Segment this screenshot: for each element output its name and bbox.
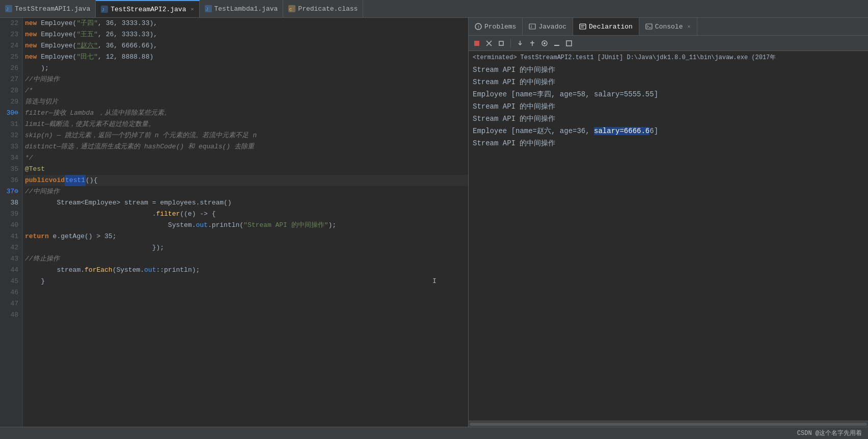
minimize-button[interactable] [552, 38, 562, 48]
code-line-28: //中间操作 [25, 74, 468, 85]
console-line-7: Stream API 的中间操作 [473, 137, 864, 149]
ln-34: 34 [4, 152, 18, 164]
console-toolbar [469, 36, 868, 51]
ln-43: 43 [4, 253, 18, 265]
line-numbers: 22 23 24 25 26 27 28 29 30⊖ 31 32 33 34 … [0, 18, 23, 427]
tab-javadoc[interactable]: J Javadoc [523, 18, 573, 35]
code-line-40: Stream<Employee> stream = employees.stre… [25, 197, 468, 209]
svg-rect-17 [474, 41, 479, 46]
ln-41: 41 [4, 231, 18, 242]
watermark-text: CSDN @这个名字先用着 [797, 429, 862, 437]
toolbar-separator [510, 39, 511, 48]
class-icon: C [288, 5, 295, 12]
console-header: <terminated> TestStreamAPI2.test1 [JUnit… [473, 53, 864, 62]
code-editor[interactable]: 22 23 24 25 26 27 28 29 30⊖ 31 32 33 34 … [0, 18, 469, 427]
console-line-3: Employee [name=李四, age=58, salary=5555.5… [473, 88, 864, 100]
svg-text:J: J [206, 7, 208, 12]
java-icon-3: J [205, 5, 212, 12]
ln-47: 47 [4, 298, 18, 309]
code-line-22: new Employee("子四", 36, 3333.33), [25, 18, 468, 29]
ln-26: 26 [4, 63, 18, 74]
ln-27: 27 [4, 74, 18, 85]
clear-button[interactable] [484, 38, 494, 48]
code-line-32: filter—接收 Lambda ，从流中排除某些元素。 [25, 108, 468, 119]
ln-23: 23 [4, 29, 18, 40]
svg-rect-12 [580, 24, 586, 29]
ln-24: 24 [4, 40, 18, 51]
code-line-26: ); [25, 63, 468, 74]
ln-30: 30⊖ [4, 108, 18, 119]
right-panel: ! Problems J Javadoc Declaration [469, 18, 868, 427]
ln-40: 40 [4, 220, 18, 231]
tab-label-4: Predicate.class [298, 5, 358, 13]
tab-label: TestStreamAPI1.java [15, 5, 90, 13]
code-lines[interactable]: new Employee("子四", 36, 3333.33), new Emp… [23, 18, 468, 427]
java-icon-2: J [101, 6, 108, 13]
ln-39: 39 [4, 209, 18, 220]
tab-problems[interactable]: ! Problems [469, 18, 523, 35]
ln-28: 28 [4, 85, 18, 96]
code-line-46: //终止操作 [25, 253, 468, 265]
tab-teststreamapi1[interactable]: J TestStreamAPI1.java [0, 0, 96, 17]
tab-testlambda1[interactable]: J TestLambda1.java [200, 0, 284, 17]
javadoc-label: Javadoc [538, 23, 566, 31]
console-line-1: Stream API 的中间操作 [473, 64, 864, 76]
console-scrollbar[interactable] [469, 421, 868, 427]
console-line-4: Stream API 的中间操作 [473, 100, 864, 113]
maximize-button[interactable] [564, 38, 574, 48]
scroll-end-button[interactable] [515, 38, 525, 48]
code-line-44: }); [25, 242, 468, 253]
code-line-23: new Employee("王五", 26, 3333.33), [25, 29, 468, 40]
console-highlight: salary=6666.6 [594, 127, 649, 135]
right-tab-bar: ! Problems J Javadoc Declaration [469, 18, 868, 36]
ln-35: 35 [4, 164, 18, 175]
tab-console[interactable]: Console ✕ [639, 18, 697, 35]
ln-32: 32 [4, 130, 18, 141]
code-line-35: distinct—筛选，通过流所生成元素的 hashCode() 和 equal… [25, 141, 468, 152]
code-line-30: /* [25, 85, 468, 96]
code-line-34: skip(n) — 跳过元素，返回一个扔掉了前 n 个元素的流。若流中元素不足 … [25, 130, 468, 141]
svg-text:C: C [289, 8, 292, 11]
code-line-43: return e.getAge() > 35; [25, 231, 468, 242]
properties-button[interactable] [539, 38, 550, 48]
code-line-38: public void test1(){ [25, 175, 468, 186]
javadoc-icon: J [529, 23, 536, 30]
tab-label-2: TestStreamAPI2.java [111, 6, 186, 13]
svg-rect-15 [646, 24, 652, 29]
console-close-icon[interactable]: ✕ [687, 23, 690, 30]
ln-42: 42 [4, 242, 18, 253]
terminate-button[interactable] [496, 38, 506, 48]
pin-button[interactable] [527, 38, 537, 48]
ln-44: 44 [4, 265, 18, 276]
status-bar: CSDN @这个名字先用着 [0, 427, 868, 439]
problems-label: Problems [484, 23, 516, 31]
tab-label-3: TestLambda1.java [214, 5, 278, 13]
svg-text:J: J [530, 25, 532, 29]
console-icon [645, 23, 653, 30]
code-area: 22 23 24 25 26 27 28 29 30⊖ 31 32 33 34 … [0, 18, 468, 427]
java-icon: J [5, 5, 12, 12]
code-line-39: //中间操作 [25, 186, 468, 197]
declaration-label: Declaration [589, 23, 633, 31]
code-line-41: .filter((e) -> { [25, 209, 468, 220]
tab-close-icon[interactable]: ✕ [191, 6, 194, 12]
code-line-36: */ [25, 152, 468, 164]
tab-predicate[interactable]: C Predicate.class [283, 0, 363, 17]
tab-declaration[interactable]: Declaration [573, 18, 639, 35]
declaration-icon [579, 23, 586, 30]
code-line-33: limit—截断流，使其元素不超过给定数量。 [25, 119, 468, 130]
code-line-48: } [25, 276, 468, 287]
stop-button[interactable] [472, 38, 482, 48]
ln-45: 45 [4, 276, 18, 287]
code-line-24: new Employee("赵六", 36, 6666.66), [25, 40, 468, 51]
tab-teststreamapi2[interactable]: J TestStreamAPI2.java ✕ [96, 0, 199, 17]
svg-text:J: J [6, 7, 9, 12]
code-line-47: stream.forEach(System.out::println); [25, 265, 468, 276]
console-content[interactable]: <terminated> TestStreamAPI2.test1 [JUnit… [469, 51, 868, 421]
svg-rect-27 [566, 41, 572, 46]
svg-point-25 [544, 42, 546, 44]
scrollbar-track[interactable] [470, 423, 867, 426]
ln-31: 31 [4, 119, 18, 130]
console-line-2: Stream API 的中间操作 [473, 76, 864, 88]
svg-text:!: ! [478, 24, 479, 30]
